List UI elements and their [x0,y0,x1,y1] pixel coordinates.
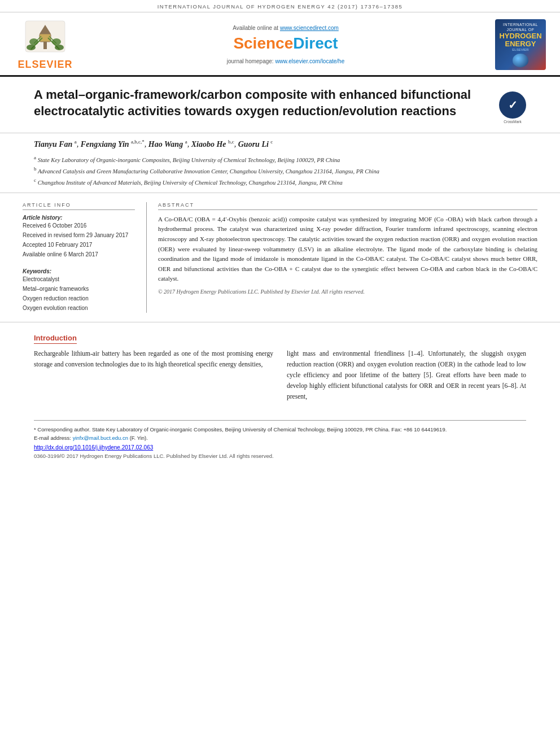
sciencedirect-logo: ScienceDirect [233,34,338,53]
keyword-4: Oxygen evolution reaction [23,303,135,313]
footnote-corresponding: * Corresponding author. State Key Labora… [34,425,526,434]
issn-line: 0360-3199/© 2017 Hydrogen Energy Publica… [34,453,526,459]
doi-link[interactable]: http://dx.doi.org/10.1016/j.ijhydene.201… [34,444,153,451]
svg-point-9 [52,38,61,45]
email-label: E-mail address: [34,435,71,441]
crossmark-badge: ✓ CrossMark [499,91,526,124]
svg-point-11 [55,45,64,50]
elsevier-wordmark: ELSEVIER [18,59,72,71]
doi-line: http://dx.doi.org/10.1016/j.ijhydene.201… [34,444,526,451]
keywords-block: Keywords: Electrocatalyst Metal–organic … [23,268,135,313]
sciencedirect-url[interactable]: www.sciencedirect.com [280,25,339,31]
title-section: A metal–organic-framework/carbon composi… [0,77,560,133]
journal-logo-box: International Journal of HYDROGENENERGY … [495,19,546,70]
author-wang: Hao Wang [148,140,183,148]
revised-date: Received in revised form 29 January 2017 [23,230,135,240]
article-info-header: ARTICLE INFO [23,202,135,210]
received-date: Received 6 October 2016 [23,221,135,230]
svg-rect-3 [40,34,51,42]
author-he: Xiaobo He [191,140,226,148]
intro-right-text: light mass and environmental friendlines… [287,348,526,402]
body-columns: Rechargeable lithium-air battery has bee… [34,348,526,402]
elsevier-tree-icon [20,18,71,58]
intro-left-text: Rechargeable lithium-air battery has bee… [34,348,273,370]
section-title-introduction: Introduction [34,334,77,344]
title-text-area: A metal–organic-framework/carbon composi… [34,87,488,126]
accepted-date: Accepted 10 February 2017 [23,240,135,250]
crossmark-label: CrossMark [499,120,526,124]
authors-line: Tianyu Fan a, Fengxiang Yin a,b,c,*, Hao… [34,139,526,149]
authors-section: Tianyu Fan a, Fengxiang Yin a,b,c,*, Hao… [0,133,560,193]
affiliation-a: a State Key Laboratory of Organic-inorga… [34,154,526,165]
affiliation-c: c Changzhou Institute of Advanced Materi… [34,176,526,187]
available-date: Available online 6 March 2017 [23,250,135,259]
content-columns: ARTICLE INFO Article history: Received 6… [0,193,560,313]
right-column: ABSTRACT A Co-OBA/C (OBA = 4,4′-Oxybis (… [147,202,537,313]
abstract-header: ABSTRACT [158,202,537,210]
affiliation-b: b Advanced Catalysis and Green Manufactu… [34,165,526,176]
keywords-label: Keywords: [23,268,135,274]
paper-title: A metal–organic-framework/carbon composi… [34,87,488,119]
footnote-section: * Corresponding author. State Key Labora… [34,420,526,459]
footnote-email: E-mail address: yinfx@mail.buct.edu.cn (… [34,434,526,442]
top-banner: INTERNATIONAL JOURNAL OF HYDROGEN ENERGY… [0,0,560,12]
left-column: ARTICLE INFO Article history: Received 6… [23,202,147,313]
abstract-text: A Co-OBA/C (OBA = 4,4′-Oxybis (benzoic a… [158,215,537,284]
body-left-col: Rechargeable lithium-air battery has bee… [34,348,273,402]
header-area: ELSEVIER Available online at www.science… [0,12,560,77]
keyword-3: Oxygen reduction reaction [23,294,135,303]
crossmark-circle: ✓ [499,91,526,119]
author-fan: Tianyu Fan [34,140,72,148]
center-header: Available online at www.sciencedirect.co… [85,18,487,71]
article-info-section: ARTICLE INFO Article history: Received 6… [23,202,135,259]
author-yin: Fengxiang Yin [81,140,129,148]
journal-logo-right: International Journal of HYDROGENENERGY … [492,18,549,71]
body-right-col: light mass and environmental friendlines… [287,348,526,402]
svg-point-8 [29,38,38,45]
history-label: Article history: [23,215,135,221]
journal-homepage-label: journal homepage: www.elsevier.com/locat… [227,58,344,64]
email-link[interactable]: yinfx@mail.buct.edu.cn [73,435,128,441]
keyword-2: Metal–organic frameworks [23,284,135,294]
journal-homepage-link[interactable]: www.elsevier.com/locate/he [275,58,344,64]
elsevier-logo: ELSEVIER [11,18,79,71]
keyword-1: Electrocatalyst [23,274,135,284]
svg-point-10 [27,45,36,50]
copyright-line: © 2017 Hydrogen Energy Publications LLC.… [158,289,537,295]
body-section: Introduction Rechargeable lithium-air ba… [0,322,560,411]
author-li: Guoru Li [238,140,269,148]
email-who: (F. Yin). [130,435,148,441]
affiliations: a State Key Laboratory of Organic-inorga… [34,154,526,188]
available-online-text: Available online at www.sciencedirect.co… [233,25,339,31]
